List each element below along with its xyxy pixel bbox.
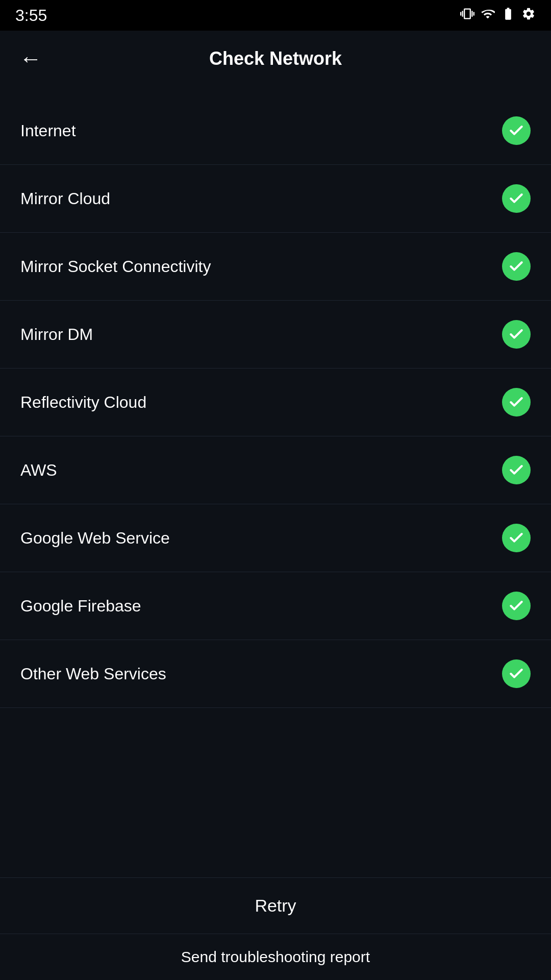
check-icon-reflectivity-cloud xyxy=(502,388,531,416)
network-item-mirror-dm: Mirror DM xyxy=(0,301,551,369)
network-item-label-reflectivity-cloud: Reflectivity Cloud xyxy=(20,393,146,412)
status-time: 3:55 xyxy=(15,6,47,25)
header: ← Check Network xyxy=(0,31,551,87)
status-bar: 3:55 xyxy=(0,0,551,31)
settings-icon xyxy=(521,7,536,24)
network-item-label-aws: AWS xyxy=(20,461,57,480)
network-item-label-mirror-cloud: Mirror Cloud xyxy=(20,189,110,208)
network-item-aws: AWS xyxy=(0,436,551,504)
network-item-label-google-web-service: Google Web Service xyxy=(20,529,170,548)
check-icon-mirror-cloud xyxy=(502,184,531,213)
wifi-icon xyxy=(481,7,495,24)
check-icon-internet xyxy=(502,116,531,145)
network-items-list: InternetMirror CloudMirror Socket Connec… xyxy=(0,87,551,877)
battery-icon xyxy=(501,7,515,24)
network-item-label-internet: Internet xyxy=(20,121,76,140)
network-item-other-web-services: Other Web Services xyxy=(0,640,551,708)
network-item-label-other-web-services: Other Web Services xyxy=(20,665,166,683)
check-icon-mirror-dm xyxy=(502,320,531,349)
page-title: Check Network xyxy=(209,48,342,69)
footer: Retry Send troubleshooting report xyxy=(0,877,551,980)
troubleshoot-button[interactable]: Send troubleshooting report xyxy=(0,934,551,980)
network-item-label-google-firebase: Google Firebase xyxy=(20,597,141,616)
check-icon-google-web-service xyxy=(502,524,531,552)
vibrate-icon xyxy=(460,7,474,24)
retry-button[interactable]: Retry xyxy=(0,878,551,934)
network-item-mirror-socket: Mirror Socket Connectivity xyxy=(0,233,551,301)
network-item-label-mirror-socket: Mirror Socket Connectivity xyxy=(20,257,211,276)
network-item-google-firebase: Google Firebase xyxy=(0,572,551,640)
status-icons xyxy=(460,7,536,24)
check-icon-other-web-services xyxy=(502,659,531,688)
back-arrow-icon: ← xyxy=(19,47,42,70)
back-button[interactable]: ← xyxy=(15,43,46,74)
check-icon-aws xyxy=(502,456,531,484)
check-icon-mirror-socket xyxy=(502,252,531,281)
network-item-reflectivity-cloud: Reflectivity Cloud xyxy=(0,369,551,436)
network-item-internet: Internet xyxy=(0,97,551,165)
check-icon-google-firebase xyxy=(502,592,531,620)
network-item-label-mirror-dm: Mirror DM xyxy=(20,325,93,344)
network-item-google-web-service: Google Web Service xyxy=(0,504,551,572)
network-item-mirror-cloud: Mirror Cloud xyxy=(0,165,551,233)
